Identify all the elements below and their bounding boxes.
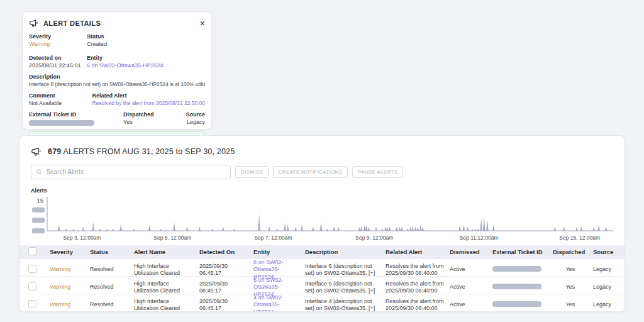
modal-row-detected-entity: Detected on 2025/08/31 22:45:01 Entity 6… <box>29 55 205 69</box>
cell-status: Resolved <box>90 284 134 291</box>
modal-row-ticket-dispatched-source: External Ticket ID Dispatched Yes Source… <box>29 111 205 126</box>
severity-value: Warning <box>29 41 87 47</box>
chart-spikes <box>58 214 607 231</box>
cell-detected-on: 2025/09/30 06:45:17 <box>199 280 253 295</box>
x-tick-label: Sep 11,12:00am <box>460 235 499 241</box>
ticket-redacted-bar <box>492 301 541 307</box>
y-tick-redacted <box>32 218 45 223</box>
cell-detected-on: 2025/09/30 06:45:17 <box>199 263 253 277</box>
cell-dismissed: Active <box>450 301 492 308</box>
chart-y-axis-title: Alerts <box>19 179 625 194</box>
x-tick-label: Sep 7, 12:00am <box>254 235 292 241</box>
cell-description: Interface 4 (description not set) on SW0… <box>305 298 386 311</box>
table-row[interactable]: Warning Resolved High Interface Utilizat… <box>19 294 625 311</box>
description-value: Interface 6 (description not set) on SW0… <box>29 81 205 87</box>
header-entity: Entity <box>253 248 305 256</box>
cell-alert-name: High Interface Utilization Cleared <box>134 298 199 311</box>
cell-source: Legacy <box>593 301 616 308</box>
cell-alert-name: High Interface Utilization Cleared <box>134 263 199 277</box>
detected-on-label: Detected on <box>29 55 87 61</box>
row-checkbox[interactable] <box>28 265 36 273</box>
row-checkbox[interactable] <box>28 300 36 308</box>
alerts-chart-svg: 15Sep 3, 12:00amSep 5, 12:00amSep 7, 12:… <box>31 195 614 244</box>
header-detected-on: Detected On <box>199 248 253 256</box>
create-notifications-button[interactable]: CREATE NOTIFICATIONS <box>273 166 348 178</box>
cell-severity: Warning <box>50 301 90 308</box>
alerts-table: Severity Status Alert Name Detected On E… <box>19 245 625 311</box>
ticket-redacted-bar <box>492 284 541 289</box>
pause-alerts-button[interactable]: PAUSE ALERTS <box>352 166 403 178</box>
cell-description: Interface 5 (description not set) on SW0… <box>305 280 386 295</box>
source-label: Source <box>186 111 205 118</box>
toolbar: DISMISS CREATE NOTIFICATIONS PAUSE ALERT… <box>19 157 625 179</box>
chart-x-tick-labels: Sep 3, 12:00amSep 5, 12:00amSep 7, 12:00… <box>63 235 600 241</box>
source-value: Legacy <box>187 119 205 125</box>
cell-entity-link[interactable]: 4 on SW02-Ottawa35-HP2524 <box>253 294 305 311</box>
status-value: Created <box>87 41 107 47</box>
alerts-count: 679 <box>48 147 61 156</box>
header-dismissed: Dismissed <box>450 248 492 256</box>
table-row[interactable]: Warning Resolved High Interface Utilizat… <box>19 259 625 277</box>
modal-row-description: Description Interface 6 (description not… <box>29 74 205 87</box>
status-label: Status <box>87 33 107 40</box>
header-alert-name: Alert Name <box>134 248 199 256</box>
cell-dispatched: Yes <box>566 301 580 308</box>
search-box <box>31 165 231 179</box>
modal-title: ALERT DETAILS <box>43 19 101 27</box>
header-severity: Severity <box>50 248 90 256</box>
close-icon[interactable]: × <box>200 19 205 27</box>
external-ticket-redacted-bar <box>29 120 94 126</box>
alerts-panel: 679 ALERTS FROM AUG 31, 2025 to SEP 30, … <box>19 135 625 312</box>
severity-label: Severity <box>29 33 87 40</box>
table-row[interactable]: Warning Resolved High Interface Utilizat… <box>19 277 625 294</box>
cell-description: Interface 6 (description not set) on SW0… <box>305 263 386 277</box>
x-tick-label: Sep 5, 12:00am <box>153 235 191 241</box>
dispatched-label: Dispatched <box>123 111 179 118</box>
megaphone-icon <box>31 146 42 157</box>
detected-on-value: 2025/08/31 22:45:01 <box>29 62 87 69</box>
external-ticket-label: External Ticket ID <box>29 111 123 118</box>
cell-detected-on: 2025/09/30 06:45:17 <box>199 298 253 311</box>
search-input[interactable] <box>46 169 226 175</box>
cell-dispatched: Yes <box>566 284 580 291</box>
dispatched-value: Yes <box>123 119 179 125</box>
cell-related-alert: Resolves the alert from 2025/09/30 06:40… <box>386 298 450 311</box>
alerts-timeline-chart: 15Sep 3, 12:00amSep 5, 12:00amSep 7, 12:… <box>19 194 625 247</box>
cell-severity: Warning <box>50 284 90 291</box>
x-tick-label: Sep 3, 12:00am <box>63 235 101 241</box>
related-alert-link[interactable]: Resolved by the alert from 2025/08/31 22… <box>92 100 205 106</box>
cell-status: Resolved <box>90 301 134 308</box>
related-alert-label: Related Alert <box>92 92 205 99</box>
cell-related-alert: Resolves the alert from 2025/09/30 06:40… <box>386 263 450 277</box>
entity-link[interactable]: 6 on SW02-Ottawa35-HP2524 <box>87 62 164 69</box>
alerts-panel-header: 679 ALERTS FROM AUG 31, 2025 to SEP 30, … <box>19 136 625 157</box>
alert-details-header: ALERT DETAILS × <box>29 18 205 28</box>
chart-axes: 15 <box>32 197 613 233</box>
header-description: Description <box>305 248 386 256</box>
header-dispatched: Dispatched <box>553 248 593 256</box>
comment-value: Not Available <box>29 100 92 106</box>
select-all-checkbox[interactable] <box>28 247 36 255</box>
description-label: Description <box>29 74 205 80</box>
y-tick-redacted <box>32 208 45 213</box>
megaphone-icon <box>29 18 39 28</box>
y-tick-redacted <box>32 228 45 233</box>
search-icon <box>36 169 42 175</box>
cell-source: Legacy <box>593 266 616 273</box>
y-tick-label: 15 <box>36 197 43 204</box>
row-checkbox[interactable] <box>28 282 36 291</box>
cell-alert-name: High Interface Utilization Cleared <box>134 280 199 295</box>
cell-status: Resolved <box>90 266 134 273</box>
dismiss-button[interactable]: DISMISS <box>235 166 269 178</box>
cell-source: Legacy <box>593 284 616 291</box>
cell-dispatched: Yes <box>566 266 580 273</box>
cell-dismissed: Active <box>450 284 492 291</box>
cell-severity: Warning <box>50 266 90 273</box>
header-related-alert: Related Alert <box>386 248 450 256</box>
x-tick-label: Sep 15, 12:00am <box>559 235 600 241</box>
table-header-row: Severity Status Alert Name Detected On E… <box>19 245 625 259</box>
header-source: Source <box>593 248 618 256</box>
comment-label: Comment <box>29 92 92 99</box>
header-status: Status <box>90 248 134 256</box>
alerts-title: 679 ALERTS FROM AUG 31, 2025 to SEP 30, … <box>48 147 235 156</box>
